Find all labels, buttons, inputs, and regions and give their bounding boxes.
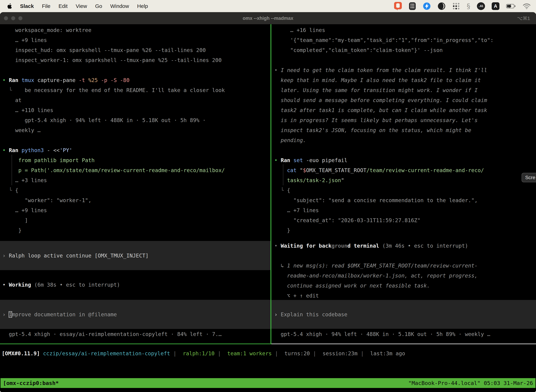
terminal-line: • Ran python3 - <<'PY' bbox=[2, 145, 225, 155]
terminal-line: ] bbox=[2, 215, 225, 225]
crescent-circle-icon[interactable] bbox=[438, 2, 446, 10]
terminal-line: '{"team_name":"my-team","task_id":"1","f… bbox=[274, 35, 493, 45]
text-segment: "created_at": "2026-03-31T11:59:27.816Z" bbox=[274, 217, 421, 223]
left-pane-border bbox=[0, 344, 270, 344]
text-segment: ralph:1/10 bbox=[183, 350, 218, 356]
menu-item-go[interactable]: Go bbox=[95, 3, 102, 9]
text-segment: capture-pane bbox=[38, 77, 79, 83]
battery-icon[interactable] bbox=[506, 4, 516, 9]
text-segment: "worker": "worker-1", bbox=[2, 197, 91, 203]
input-source-icon[interactable]: A bbox=[492, 2, 499, 10]
terminal-content: workspace_mode: worktree … +9 lines insp… bbox=[0, 24, 536, 392]
text-segment: Ralph loop active continue [OMX_TMUX_INJ… bbox=[9, 252, 148, 259]
inject-banner: › Ralph loop active continue [OMX_TMUX_I… bbox=[0, 241, 270, 270]
working-line: • Working (6m 38s • esc to interrupt) bbox=[2, 280, 120, 290]
text-segment: Ran bbox=[9, 77, 21, 83]
text-segment: | bbox=[361, 350, 370, 356]
tmux-session-label[interactable]: [omx-cczip0:bash* bbox=[3, 380, 59, 386]
text-segment: • bbox=[274, 243, 281, 249]
text-segment: • bbox=[2, 77, 9, 83]
text-segment bbox=[274, 167, 287, 173]
text-segment: weekly … bbox=[2, 127, 41, 133]
menubar-left: Slack File Edit View Go Window Help bbox=[6, 3, 148, 10]
left-status-text: gpt-5.4 xhigh · essay/ai-reimplementatio… bbox=[2, 329, 222, 339]
dots-grid-icon[interactable] bbox=[452, 2, 460, 10]
terminal-line: • Ran tmux capture-pane -t %25 -p -S -80 bbox=[2, 75, 225, 85]
menu-item-slack[interactable]: Slack bbox=[20, 3, 34, 9]
terminal-line: ⌥ + ↑ edit bbox=[274, 291, 478, 301]
terminal-line: cat "$OMX_TEAM_STATE_ROOT/team/review-cu… bbox=[274, 165, 493, 175]
text-segment: last:3m ago bbox=[370, 350, 405, 356]
terminal-line: … +9 lines bbox=[2, 205, 225, 215]
screen-record-icon[interactable] bbox=[394, 2, 402, 10]
terminal-line: } bbox=[2, 225, 225, 235]
close-button[interactable] bbox=[4, 16, 8, 20]
text-segment: ⌥ + ↑ edit bbox=[274, 293, 319, 299]
text-segment: Ran bbox=[281, 157, 293, 163]
terminal-line: weekly … bbox=[2, 125, 225, 135]
text-segment: gpt-5.4 xhigh · 94% left · 488K in · 5.1… bbox=[274, 331, 490, 337]
text-segment: groun bbox=[331, 243, 347, 249]
text-segment: gpt-5.4 xhigh · 94% left · 488K in · 5.1… bbox=[2, 117, 206, 123]
left-working-status: • Working (6m 38s • esc to interrupt) bbox=[2, 280, 120, 290]
text-segment: | bbox=[313, 350, 322, 356]
zoom-button[interactable] bbox=[18, 16, 23, 20]
text-segment: | bbox=[173, 350, 183, 356]
menu-item-edit[interactable]: Edit bbox=[58, 3, 68, 9]
bolt-circle-icon[interactable] bbox=[423, 2, 431, 10]
text-segment: › bbox=[2, 252, 9, 259]
text-segment: gpt-5.4 xhigh · essay/ai-reimplementatio… bbox=[2, 331, 222, 337]
omx-status-text: [OMX#0.11.9] cczip/essay/ai-reimplementa… bbox=[2, 348, 405, 359]
text-segment: " bbox=[341, 177, 344, 183]
text-segment: should send a message before completing … bbox=[274, 97, 487, 103]
apple-menu-icon[interactable] bbox=[6, 3, 12, 10]
squiggle-icon[interactable]: § bbox=[467, 2, 470, 10]
wifi-icon[interactable] bbox=[523, 3, 531, 9]
count-badge-icon[interactable]: ..61 bbox=[477, 2, 485, 10]
terminal-line: • I need to get the claim token from the… bbox=[274, 65, 493, 75]
left-pane-output: workspace_mode: worktree … +9 lines insp… bbox=[2, 25, 225, 235]
terminal-line: continue assigned work or next feasible … bbox=[274, 281, 478, 291]
text-segment: › bbox=[2, 311, 9, 317]
terminal-line: … +16 lines bbox=[274, 25, 493, 35]
right-status-text: gpt-5.4 xhigh · 94% left · 488K in · 5.1… bbox=[274, 329, 490, 339]
text-segment: • bbox=[2, 147, 9, 153]
terminal-line: workspace_mode: worktree bbox=[2, 25, 225, 35]
menu-item-window[interactable]: Window bbox=[110, 3, 129, 9]
text-segment: › bbox=[274, 311, 281, 317]
screen-overlay-button[interactable]: Scre bbox=[522, 173, 536, 182]
screen: Slack File Edit View Go Window Help bbox=[0, 0, 536, 392]
code-block-guide-line bbox=[283, 164, 283, 185]
terminal-line bbox=[274, 55, 493, 65]
text-segment: at bbox=[2, 97, 21, 103]
terminal-line: should send a message before completing … bbox=[274, 95, 493, 105]
text-segment: "completed","claim_token":"claim-token"}… bbox=[274, 47, 443, 53]
text-segment: } bbox=[2, 227, 21, 233]
menu-item-view[interactable]: View bbox=[76, 3, 87, 9]
terminal-line bbox=[274, 145, 493, 155]
terminal-line: later. Using the same for transition mig… bbox=[274, 85, 493, 95]
text-segment: keep that in mind. Maybe I also need the… bbox=[274, 77, 481, 83]
text-segment: /team/review-current-readme-and-reco/ bbox=[366, 167, 484, 173]
right-waiting-status: • Waiting for background terminal (3m 46… bbox=[274, 241, 468, 251]
terminal-line: readme-and-reco/mailbox/worker-1.json, a… bbox=[274, 271, 478, 281]
terminal-line: ↳ 1 new msg(s): read $OMX_TEAM_STATE_ROO… bbox=[274, 261, 478, 271]
menu-item-file[interactable]: File bbox=[42, 3, 50, 9]
terminal-window: omx --xhigh --madmax ⌥⌘1 workspace_mode:… bbox=[0, 12, 536, 392]
minimize-button[interactable] bbox=[11, 16, 15, 20]
tmux-status-bar: [omx-cczip0:bash* "MacBook-Pro-44.local"… bbox=[0, 378, 536, 388]
left-model-statusline: gpt-5.4 xhigh · essay/ai-reimplementatio… bbox=[2, 329, 222, 339]
menu-item-help[interactable]: Help bbox=[137, 3, 148, 9]
text-segment: - << bbox=[47, 147, 60, 153]
text-segment: inspect_hud: omx sparkshell --tmux-pane … bbox=[2, 47, 206, 53]
terminal-line: task2 after task1 is complete, but can I… bbox=[274, 105, 493, 115]
terminal-line: p = Path('.omx/state/team/review-current… bbox=[2, 165, 225, 175]
keypad-shield-icon[interactable] bbox=[409, 2, 416, 10]
pane-divider[interactable] bbox=[270, 24, 271, 344]
titlebar[interactable]: omx --xhigh --madmax ⌥⌘1 bbox=[0, 12, 536, 24]
terminal-line: keep that in mind. Maybe I also need the… bbox=[274, 75, 493, 85]
right-prompt-input[interactable]: › Explain this codebase bbox=[271, 300, 536, 329]
left-prompt-input[interactable]: › Improve documentation in @filename bbox=[0, 300, 270, 329]
right-mailbox-note: ↳ 1 new msg(s): read $OMX_TEAM_STATE_ROO… bbox=[274, 261, 478, 301]
text-segment: tasks/task-2.json bbox=[287, 177, 341, 183]
